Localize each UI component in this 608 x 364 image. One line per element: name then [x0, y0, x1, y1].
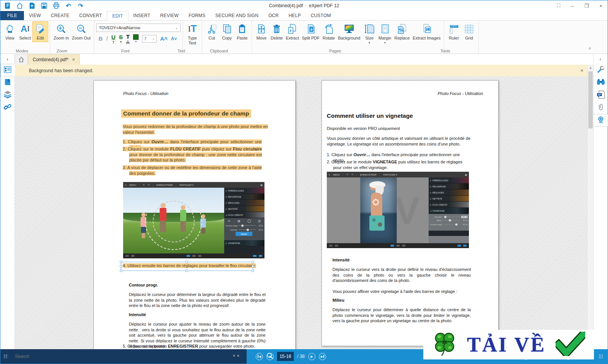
- scrollbar-thumb[interactable]: [588, 71, 593, 128]
- search-input[interactable]: [8, 354, 247, 359]
- save-icon[interactable]: [41, 2, 48, 9]
- open-document-icon[interactable]: [28, 2, 35, 9]
- zoom-in-button[interactable]: Zoom In: [52, 22, 70, 42]
- font-family-select[interactable]: TOVEDY+ArialNarrow ⌄: [96, 24, 180, 32]
- underline-button[interactable]: U▾: [111, 34, 116, 43]
- sidebar-item-layers[interactable]: [0, 89, 14, 101]
- extract-images-button[interactable]: Extract Images: [411, 22, 442, 42]
- type-text-button[interactable]: IT Type Text: [185, 22, 200, 46]
- tab-review[interactable]: REVIEW: [155, 11, 184, 20]
- select-icon: AI: [19, 23, 31, 35]
- print-icon[interactable]: [53, 2, 60, 9]
- restore-button[interactable]: ❐: [584, 3, 589, 9]
- home-icon[interactable]: [16, 2, 23, 9]
- tab-create[interactable]: CREATE: [46, 11, 74, 20]
- sidebar-item-bookmarks[interactable]: [0, 76, 14, 89]
- resize-grip[interactable]: [598, 354, 603, 359]
- search-next-icon[interactable]: ˄: [237, 354, 239, 358]
- tab-ocr[interactable]: OCR: [263, 11, 283, 20]
- selection-handle[interactable]: [252, 269, 254, 272]
- tab-secure-and-sign[interactable]: SECURE AND SIGN: [211, 11, 264, 20]
- move-page-button[interactable]: Move: [254, 22, 269, 42]
- link-icon: [3, 103, 12, 113]
- document-canvas[interactable]: Photo Focus - Utilisation Comment donner…: [15, 76, 587, 350]
- sidebar-item-tools[interactable]: [594, 64, 608, 76]
- background-button[interactable]: Background: [336, 22, 362, 42]
- next-page-button[interactable]: ▶: [308, 353, 315, 360]
- collapse-panel-button[interactable]: ‹: [594, 54, 607, 64]
- watermark-text: TẢI VỀ: [467, 333, 546, 356]
- delete-page-button[interactable]: Delete: [269, 22, 284, 42]
- tab-view[interactable]: VIEW: [24, 11, 46, 20]
- tab-file[interactable]: FILE: [0, 11, 24, 20]
- grid-button[interactable]: Grid: [461, 22, 477, 42]
- ribbon-collapse-button[interactable]: ˄: [589, 46, 591, 51]
- group-label-font: Font: [80, 49, 171, 53]
- selection-handle[interactable]: [252, 261, 254, 263]
- extract-icon: #: [286, 23, 298, 35]
- selection-handle[interactable]: [120, 261, 122, 263]
- minimize-button[interactable]: –: [571, 3, 574, 9]
- copy-button[interactable]: Copy: [219, 22, 234, 42]
- zoom-out-button[interactable]: Zoom Out: [70, 22, 92, 42]
- app-logo-icon: [4, 2, 11, 9]
- text-color-button[interactable]: ▾: [133, 34, 139, 43]
- close-button[interactable]: ×: [599, 3, 602, 9]
- cut-button[interactable]: Cut: [204, 22, 219, 42]
- fullscreen-button[interactable]: ⛶: [557, 3, 560, 9]
- selection-handle[interactable]: [252, 265, 254, 267]
- page-range-indicator[interactable]: 15-16: [277, 352, 294, 361]
- view-mode-button[interactable]: View: [2, 22, 17, 42]
- previous-page-button[interactable]: ◀: [266, 353, 274, 360]
- tab-edit[interactable]: EDIT: [107, 11, 128, 21]
- tab-forms[interactable]: FORMS: [184, 11, 210, 20]
- expand-panel-button[interactable]: ›: [0, 54, 14, 64]
- tab-help[interactable]: HELP: [283, 11, 306, 20]
- extract-page-button[interactable]: # Extract: [284, 22, 300, 42]
- selection-handle[interactable]: [120, 265, 122, 267]
- last-page-button[interactable]: ▶: [319, 353, 326, 360]
- sidebar-item-search[interactable]: [594, 76, 608, 89]
- split-pdf-button[interactable]: e Split PDF: [301, 22, 321, 42]
- home-tab[interactable]: [15, 54, 28, 65]
- page-margin-button[interactable]: Margin ▾: [377, 22, 393, 46]
- selected-text-box[interactable]: 4. Utilisez ensuite les barres de réglag…: [121, 262, 253, 271]
- sub-heading: Intensité: [129, 312, 146, 317]
- font-size-select[interactable]: 7⌄: [142, 35, 157, 43]
- first-page-button[interactable]: ◀: [256, 353, 263, 360]
- sidebar-item-comments[interactable]: [594, 89, 608, 101]
- decrease-font-button[interactable]: A˅: [171, 36, 177, 41]
- tab-custom[interactable]: CUSTOM: [306, 11, 336, 20]
- sidebar-item-attachments[interactable]: [594, 101, 608, 114]
- sidebar-item-links[interactable]: [0, 101, 14, 114]
- bold-button[interactable]: B: [98, 36, 103, 41]
- text-style-button[interactable]: T▾: [126, 34, 130, 43]
- edit-mode-button[interactable]: Edit: [33, 22, 48, 42]
- italic-button[interactable]: I: [106, 36, 108, 41]
- select-mode-button[interactable]: AI Select: [17, 22, 33, 42]
- selection-handle[interactable]: [185, 261, 188, 263]
- redo-icon[interactable]: ↷: [77, 2, 84, 9]
- sidebar-item-thumbnails[interactable]: [0, 64, 15, 76]
- close-tab-icon[interactable]: ×: [72, 57, 75, 62]
- rotate-page-button[interactable]: Rotate: [321, 22, 336, 42]
- strikethrough-button[interactable]: S▾: [119, 34, 123, 43]
- tab-insert[interactable]: INSERT: [128, 11, 155, 20]
- page-size-button[interactable]: Size ▾: [362, 22, 377, 46]
- scroll-up-icon[interactable]: ▲: [587, 65, 594, 71]
- sidebar-item-signatures[interactable]: [594, 114, 608, 127]
- selection-handle[interactable]: [185, 269, 188, 272]
- move-icon: [255, 23, 268, 35]
- replace-page-button[interactable]: Replace: [393, 22, 411, 42]
- tab-convert[interactable]: CONVERT: [74, 11, 107, 20]
- vertical-scrollbar[interactable]: ▲: [587, 65, 594, 350]
- paste-button[interactable]: Paste: [234, 22, 250, 42]
- document-tab[interactable]: Combined(4).pdf* ×: [28, 54, 80, 65]
- ruler-button[interactable]: Ruler: [446, 22, 461, 42]
- undo-icon[interactable]: ↶: [65, 2, 72, 9]
- selection-handle[interactable]: [120, 269, 122, 272]
- search-prev-icon[interactable]: ˅: [233, 354, 235, 358]
- download-watermark: TẢI VỀ: [423, 330, 594, 359]
- dismiss-notification-icon[interactable]: ×: [580, 68, 583, 73]
- increase-font-button[interactable]: A˄: [160, 36, 168, 41]
